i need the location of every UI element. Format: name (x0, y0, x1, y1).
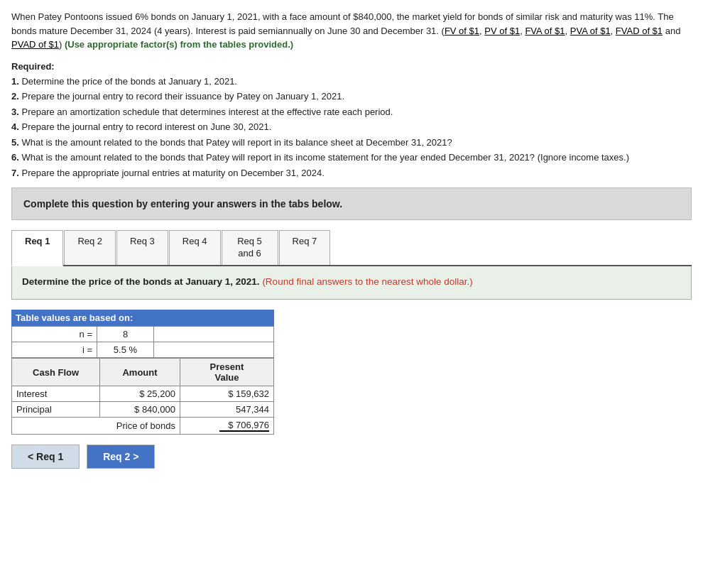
i-value: 5.5 % (97, 342, 154, 358)
complete-box: Complete this question by entering your … (11, 187, 692, 220)
tab-req7[interactable]: Req 7 (279, 230, 331, 265)
tab-req1[interactable]: Req 1 (11, 230, 63, 266)
table-section: Table values are based on: n = 8 i = 5.5… (11, 310, 692, 435)
round-note: (Round final answers to the nearest whol… (262, 276, 472, 287)
n-empty (154, 327, 274, 342)
tab-main-text: Determine the price of the bonds at Janu… (22, 275, 681, 289)
price-label: Price of bonds (12, 418, 180, 435)
pv-interest: $ 159,632 (180, 386, 273, 402)
col-cashflow: Cash Flow (12, 359, 100, 386)
fva-link[interactable]: FVA of $1 (525, 26, 565, 36)
nav-buttons: < Req 1 Req 2 > (11, 445, 692, 469)
values-table: n = 8 i = 5.5 % (11, 326, 274, 358)
price-value-text: $ 706,976 (219, 420, 269, 432)
req-7: 7. Prepare the appropriate journal entri… (11, 165, 692, 180)
problem-text: When Patey Pontoons issued 6% bonds on J… (11, 10, 692, 52)
pvad-link[interactable]: PVAD of $1 (11, 39, 59, 50)
table-values-header: Table values are based on: (11, 310, 274, 326)
col-amount: Amount (100, 359, 180, 386)
row-principal: Principal $ 840,000 547,344 (12, 402, 274, 418)
tab-content-req1: Determine the price of the bonds at Janu… (11, 266, 692, 300)
req-1: 1. Determine the price of the bonds at J… (11, 74, 692, 89)
row-price: Price of bonds $ 706,976 (12, 418, 274, 435)
fvad-link[interactable]: FVAD of $1 (616, 26, 663, 36)
tab-req3[interactable]: Req 3 (116, 230, 168, 265)
req-5: 5. What is the amount related to the bon… (11, 135, 692, 150)
pva-link[interactable]: PVA of $1 (570, 26, 611, 36)
pv-link[interactable]: PV of $1 (484, 26, 520, 36)
amount-interest: $ 25,200 (100, 386, 180, 402)
pv-principal: 547,344 (180, 402, 273, 418)
req-6: 6. What is the amount related to the bon… (11, 150, 692, 165)
fv-link[interactable]: FV of $1 (445, 26, 479, 36)
req-4: 4. Prepare the journal entry to record i… (11, 119, 692, 134)
req-3: 3. Prepare an amortization schedule that… (11, 104, 692, 119)
price-value: $ 706,976 (180, 418, 273, 435)
flow-interest: Interest (12, 386, 100, 402)
required-section: Required: 1. Determine the price of the … (11, 59, 692, 181)
next-button[interactable]: Req 2 > (87, 445, 155, 469)
required-label: Required: (11, 61, 55, 72)
row-interest: Interest $ 25,200 $ 159,632 (12, 386, 274, 402)
tab-req2[interactable]: Req 2 (64, 230, 116, 265)
complete-box-text: Complete this question by entering your … (23, 198, 342, 209)
col-pv: PresentValue (180, 359, 273, 386)
amount-principal: $ 840,000 (100, 402, 180, 418)
tab-req4[interactable]: Req 4 (169, 230, 221, 265)
flow-principal: Principal (12, 402, 100, 418)
i-label: i = (12, 342, 97, 358)
tab-req5and6[interactable]: Req 5and 6 (222, 230, 278, 265)
n-value: 8 (97, 327, 154, 342)
prev-button[interactable]: < Req 1 (11, 445, 80, 469)
req-2: 2. Prepare the journal entry to record t… (11, 89, 692, 104)
use-note: (Use appropriate factor(s) from the tabl… (65, 39, 293, 50)
tabs-container: Req 1 Req 2 Req 3 Req 4 Req 5and 6 Req 7 (11, 230, 692, 266)
i-empty (154, 342, 274, 358)
cf-table: Cash Flow Amount PresentValue Interest $… (11, 358, 274, 435)
n-label: n = (12, 327, 97, 342)
